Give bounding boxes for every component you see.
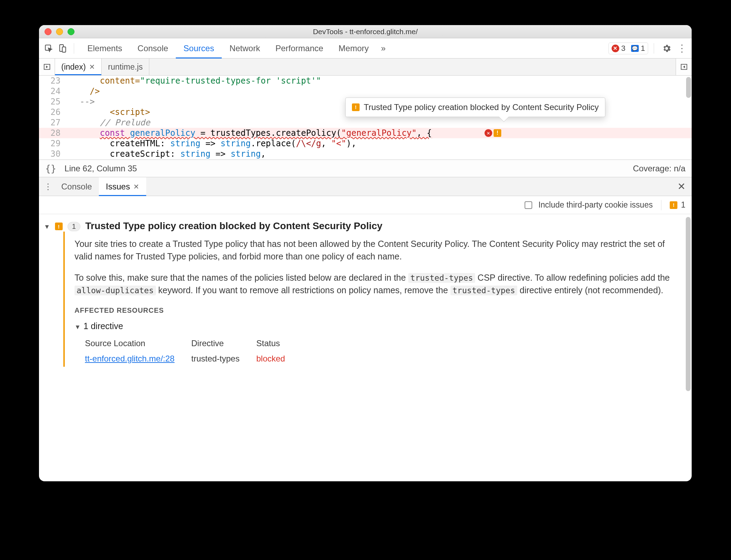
code-line[interactable]: createScript: string => string, bbox=[64, 149, 692, 159]
third-party-cookies-checkbox[interactable] bbox=[525, 201, 532, 209]
code-line[interactable]: const generalPolicy = trustedTypes.creat… bbox=[64, 128, 692, 138]
file-tab-label: runtime.js bbox=[108, 62, 143, 72]
tab-elements[interactable]: Elements bbox=[80, 38, 130, 59]
line-number[interactable]: 23 bbox=[39, 76, 64, 86]
coverage-status: Coverage: n/a bbox=[633, 164, 685, 173]
window-title: DevTools - tt-enforced.glitch.me/ bbox=[39, 28, 692, 36]
status-cell: blocked bbox=[256, 353, 301, 365]
close-drawer-icon[interactable]: ✕ bbox=[674, 181, 689, 192]
affected-subheading[interactable]: ▼1 directive bbox=[74, 320, 677, 333]
code-line[interactable]: /> bbox=[64, 86, 692, 96]
line-number[interactable]: 28 bbox=[39, 128, 64, 138]
issue-paragraph: To solve this, make sure that the names … bbox=[74, 272, 677, 296]
source-location-link[interactable]: tt-enforced.glitch.me/:28 bbox=[85, 354, 174, 363]
inspect-element-icon[interactable] bbox=[42, 41, 56, 55]
expand-arrow-icon[interactable]: ▼ bbox=[74, 324, 81, 330]
line-number[interactable]: 24 bbox=[39, 86, 64, 96]
line-number[interactable]: 27 bbox=[39, 117, 64, 128]
tab-sources[interactable]: Sources bbox=[176, 38, 222, 59]
more-options-icon[interactable]: ⋮ bbox=[675, 41, 689, 55]
table-header-row: Source Location Directive Status bbox=[85, 337, 301, 352]
drawer-more-icon[interactable]: ⋮ bbox=[42, 182, 54, 192]
code-line[interactable]: createHTML: string => string.replace(/\<… bbox=[64, 138, 692, 149]
col-directive: Directive bbox=[191, 337, 256, 352]
issue-header-row[interactable]: ▼ ! 1 Trusted Type policy creation block… bbox=[44, 220, 684, 232]
drawer-tabbar: ⋮ Console Issues ✕ ✕ bbox=[39, 177, 692, 196]
toolbar-right: ✕ 3 💬 1 ⋮ bbox=[608, 41, 689, 55]
source-file-bar: (index) ✕ runtime.js bbox=[39, 59, 692, 76]
line-number[interactable]: 29 bbox=[39, 138, 64, 149]
show-navigator-icon[interactable] bbox=[39, 59, 55, 75]
file-tab-index[interactable]: (index) ✕ bbox=[55, 59, 102, 75]
devtools-window: DevTools - tt-enforced.glitch.me/ Elemen… bbox=[39, 25, 692, 481]
line-number[interactable]: 25 bbox=[39, 96, 64, 107]
error-icon[interactable]: ✕ bbox=[485, 129, 492, 137]
code-line[interactable]: // Prelude bbox=[64, 117, 692, 128]
editor-statusbar: {} Line 62, Column 35 Coverage: n/a bbox=[39, 160, 692, 177]
issues-summary-badge[interactable]: ! 1 bbox=[670, 200, 685, 210]
drawer-tab-console[interactable]: Console bbox=[54, 177, 99, 196]
issues-scrollbar-thumb[interactable] bbox=[686, 217, 691, 391]
issues-panel[interactable]: ▼ ! 1 Trusted Type policy creation block… bbox=[39, 214, 692, 481]
close-window-button[interactable] bbox=[45, 28, 52, 35]
directive-cell: trusted-types bbox=[191, 353, 256, 365]
panel-tabs: Elements Console Sources Network Perform… bbox=[80, 38, 390, 59]
warning-icon: ! bbox=[352, 103, 360, 111]
svg-rect-2 bbox=[62, 47, 66, 52]
tab-performance[interactable]: Performance bbox=[268, 38, 331, 59]
warning-icon[interactable]: ! bbox=[494, 129, 501, 137]
device-toolbar-icon[interactable] bbox=[56, 41, 70, 55]
cursor-position: Line 62, Column 35 bbox=[64, 164, 137, 173]
toolbar-separator bbox=[74, 43, 74, 54]
minimize-window-button[interactable] bbox=[56, 28, 63, 35]
warning-icon: ! bbox=[55, 223, 63, 230]
pretty-print-icon[interactable]: {} bbox=[45, 163, 56, 174]
message-icon: 💬 bbox=[631, 45, 639, 52]
code-snippet: trusted-types bbox=[450, 286, 517, 295]
file-tab-runtime[interactable]: runtime.js bbox=[102, 59, 149, 75]
code-line[interactable]: content="require-trusted-types-for 'scri… bbox=[64, 76, 692, 86]
tab-network[interactable]: Network bbox=[222, 38, 268, 59]
traffic-lights bbox=[45, 28, 74, 35]
affected-resources-table: Source Location Directive Status tt-enfo… bbox=[84, 337, 302, 365]
line-number[interactable]: 26 bbox=[39, 107, 64, 117]
code-snippet: trusted-types bbox=[408, 273, 475, 283]
more-tabs-button[interactable]: » bbox=[376, 44, 390, 53]
show-debugger-icon[interactable] bbox=[676, 59, 692, 75]
tab-memory[interactable]: Memory bbox=[331, 38, 377, 59]
expand-arrow-icon[interactable]: ▼ bbox=[44, 223, 50, 231]
source-editor[interactable]: 23 content="require-trusted-types-for 's… bbox=[39, 76, 692, 160]
issue-tooltip: ! Trusted Type policy creation blocked b… bbox=[345, 98, 605, 117]
issue-paragraph: Your site tries to create a Trusted Type… bbox=[74, 238, 677, 263]
issues-filter-row: Include third-party cookie issues ! 1 bbox=[39, 196, 692, 214]
issues-count: 1 bbox=[681, 200, 685, 210]
titlebar: DevTools - tt-enforced.glitch.me/ bbox=[39, 25, 692, 38]
drawer-tab-issues[interactable]: Issues ✕ bbox=[99, 177, 146, 196]
file-tabs: (index) ✕ runtime.js bbox=[55, 59, 149, 75]
toolbar-separator bbox=[654, 43, 654, 54]
close-tab-icon[interactable]: ✕ bbox=[133, 182, 139, 191]
settings-gear-icon[interactable] bbox=[660, 41, 674, 55]
console-status-badges[interactable]: ✕ 3 💬 1 bbox=[608, 42, 649, 54]
drawer-tab-label: Issues bbox=[106, 182, 130, 192]
affected-resources-heading: AFFECTED RESOURCES bbox=[74, 305, 677, 315]
table-row: tt-enforced.glitch.me/:28 trusted-types … bbox=[85, 353, 301, 365]
issue-title: Trusted Type policy creation blocked by … bbox=[85, 220, 383, 232]
error-icon: ✕ bbox=[612, 45, 619, 52]
col-status: Status bbox=[256, 337, 301, 352]
file-tab-label: (index) bbox=[61, 62, 86, 72]
zoom-window-button[interactable] bbox=[68, 28, 74, 35]
issue-detail: Your site tries to create a Trusted Type… bbox=[63, 232, 684, 367]
issue-count-pill: 1 bbox=[68, 222, 80, 231]
main-toolbar: Elements Console Sources Network Perform… bbox=[39, 38, 692, 59]
line-number[interactable]: 30 bbox=[39, 149, 64, 159]
tooltip-text: Trusted Type policy creation blocked by … bbox=[364, 102, 599, 112]
drawer-tab-label: Console bbox=[61, 182, 92, 192]
code-snippet: allow-duplicates bbox=[74, 286, 156, 295]
separator bbox=[661, 200, 661, 210]
message-count: 1 bbox=[641, 44, 645, 53]
filter-label: Include third-party cookie issues bbox=[539, 200, 653, 210]
close-tab-icon[interactable]: ✕ bbox=[89, 63, 95, 71]
tab-console[interactable]: Console bbox=[130, 38, 176, 59]
error-count: 3 bbox=[621, 44, 626, 53]
